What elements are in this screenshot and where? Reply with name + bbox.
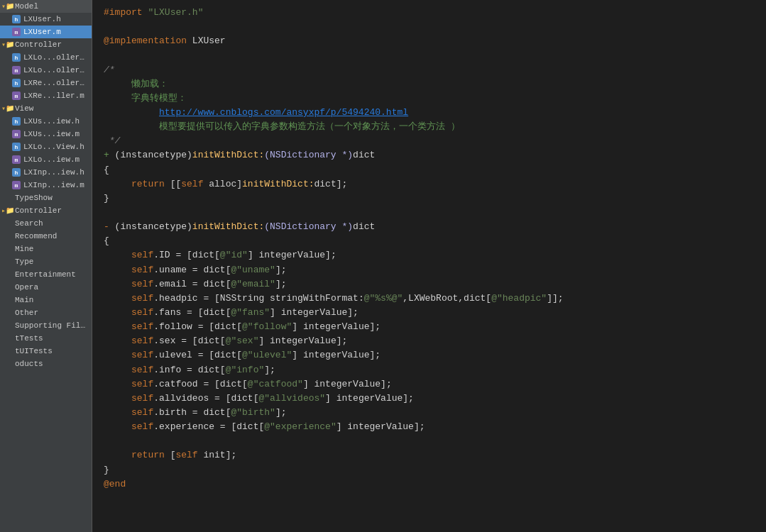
- code-token: ] integerValue];: [337, 420, 425, 434]
- m-file-icon: m: [11, 180, 21, 190]
- code-token: [[: [170, 177, 182, 192]
- sidebar-item-lxlo-view-h[interactable]: hLXLo...View.h: [0, 140, 92, 153]
- plain-icon: [3, 295, 13, 305]
- sidebar-item-label: LXLo...oller.h: [23, 53, 89, 62]
- sidebar-item-lxus-iew-m[interactable]: mLXUs...iew.m: [0, 128, 92, 140]
- sidebar-item-lxuser-h[interactable]: hLXUser.h: [0, 13, 92, 26]
- code-token: self: [131, 363, 153, 377]
- code-line: return [self init];: [92, 448, 766, 462]
- code-token: @"fans": [231, 306, 270, 320]
- sidebar-item-mine[interactable]: Mine: [0, 243, 92, 255]
- code-token: self: [131, 306, 153, 320]
- sidebar-item-lxlo-oller-h[interactable]: hLXLo...oller.h: [0, 51, 92, 64]
- code-line: {: [92, 234, 766, 248]
- sidebar-item-controller2[interactable]: ▸📁Controller: [0, 204, 92, 217]
- code-token: self: [131, 320, 153, 334]
- code-token: [104, 263, 131, 277]
- code-token: [: [170, 448, 176, 462]
- code-token: ];: [275, 263, 287, 277]
- code-token: self: [131, 420, 153, 434]
- sidebar-item-label: LXRe...oller.h: [23, 79, 89, 87]
- sidebar-item-view-group[interactable]: ▾📁View: [0, 102, 92, 115]
- code-token: .allvideos = [dict[: [153, 392, 258, 406]
- code-token: .ulevel = [dict[: [153, 348, 242, 362]
- sidebar-item-lxinp-iew-h[interactable]: hLXInp...iew.h: [0, 166, 92, 179]
- sidebar-item-type[interactable]: Type: [0, 255, 92, 268]
- h-file-icon: h: [11, 14, 21, 24]
- plain-icon: [3, 218, 13, 228]
- plain-icon: [3, 257, 13, 267]
- sidebar-item-search[interactable]: Search: [0, 217, 92, 230]
- h-file-icon: h: [11, 52, 21, 62]
- code-token: initWithDict:: [242, 177, 314, 192]
- code-token: }: [104, 192, 109, 206]
- code-token: return: [131, 448, 170, 462]
- code-token: .follow = [dict[: [153, 320, 242, 334]
- sidebar-item-typeshow[interactable]: TypeShow: [0, 192, 92, 204]
- sidebar-item-lxinp-iew-m[interactable]: mLXInp...iew.m: [0, 179, 92, 192]
- m-file-icon: m: [11, 91, 21, 101]
- code-token: .info = dict[: [153, 363, 225, 377]
- code-line: self.catfood = [dict[@"catfood"] integer…: [92, 377, 766, 392]
- code-token: #import: [104, 6, 148, 20]
- code-token: .catfood = [dict[: [153, 377, 248, 392]
- code-token: .sex = [dict[: [153, 334, 225, 348]
- code-token: [104, 177, 131, 192]
- sidebar-item-entertainment[interactable]: Entertainment: [0, 268, 92, 281]
- sidebar-item-label: tTests: [15, 334, 43, 343]
- plain-icon: [3, 282, 13, 292]
- plain-icon: [3, 308, 13, 318]
- code-line: self.fans = [dict[@"fans"] integerValue]…: [92, 306, 766, 320]
- sidebar-item-tuitests[interactable]: tUITests: [0, 345, 92, 358]
- code-token: (NSDictionary *): [264, 220, 353, 234]
- sidebar-item-lxlo-iew-m[interactable]: mLXLo...iew.m: [0, 153, 92, 166]
- m-file-icon: m: [11, 129, 21, 139]
- file-tree[interactable]: ▾📁ModelhLXUser.hmLXUser.m▾📁ControllerhLX…: [0, 0, 92, 532]
- code-token: [104, 392, 131, 406]
- code-token: ] integerValue];: [292, 320, 381, 334]
- code-token: ] integerValue];: [270, 306, 359, 320]
- sidebar-item-label: Main: [15, 296, 33, 304]
- sidebar-item-label: View: [15, 104, 33, 113]
- code-token: init];: [203, 448, 236, 462]
- sidebar-item-other[interactable]: Other: [0, 306, 92, 319]
- sidebar-item-lxus-iew-h[interactable]: hLXUs...iew.h: [0, 115, 92, 128]
- code-token: [104, 420, 131, 434]
- code-token: -: [104, 220, 115, 234]
- sidebar-item-model-group[interactable]: ▾📁Model: [0, 0, 92, 13]
- sidebar-item-lxuser-m[interactable]: mLXUser.m: [0, 26, 92, 38]
- code-link[interactable]: http://www.cnblogs.com/ansyxpf/p/5494240…: [159, 107, 408, 118]
- code-token: self: [131, 277, 153, 292]
- m-file-icon: m: [11, 27, 21, 37]
- code-token: (NSDictionary *): [264, 148, 353, 162]
- code-line: self.uname = dict[@"uname"];: [92, 263, 766, 277]
- code-token: [104, 348, 131, 362]
- sidebar-item-ttests[interactable]: tTests: [0, 332, 92, 345]
- sidebar-item-supporting-files[interactable]: Supporting Files: [0, 319, 92, 332]
- sidebar-item-label: tUITests: [15, 347, 53, 355]
- sidebar-item-label: Model: [15, 2, 38, 11]
- plain-icon: [3, 321, 13, 331]
- sidebar-item-lxre-oller-h[interactable]: hLXRe...oller.h: [0, 77, 92, 89]
- code-token: self: [131, 334, 153, 348]
- sidebar-item-oducts[interactable]: oducts: [0, 358, 92, 370]
- code-token: @"follow": [242, 320, 292, 334]
- code-token: {: [104, 163, 109, 177]
- sidebar-item-label: LXLo...iew.m: [23, 155, 80, 164]
- sidebar-item-opera[interactable]: Opera: [0, 281, 92, 294]
- sidebar-item-label: Search: [15, 219, 43, 228]
- sidebar-item-controller-group[interactable]: ▾📁Controller: [0, 38, 92, 51]
- code-token: .ID = [dict[: [153, 248, 220, 262]
- code-token: @"ulevel": [242, 348, 292, 362]
- code-token: self: [131, 392, 153, 406]
- sidebar-item-label: LXLo...View.h: [23, 143, 84, 151]
- sidebar-item-recommend[interactable]: Recommend: [0, 230, 92, 243]
- code-token: [104, 377, 131, 392]
- code-token: ] integerValue];: [325, 392, 414, 406]
- m-file-icon: m: [11, 155, 21, 165]
- sidebar-item-lxlo-oller-m[interactable]: mLXLo...oller.m: [0, 64, 92, 77]
- code-line: self.experience = [dict[@"experience"] i…: [92, 420, 766, 434]
- sidebar-item-lxre-ller-m[interactable]: mLXRe...ller.m: [0, 89, 92, 102]
- code-token: self: [181, 177, 209, 192]
- sidebar-item-main[interactable]: Main: [0, 294, 92, 306]
